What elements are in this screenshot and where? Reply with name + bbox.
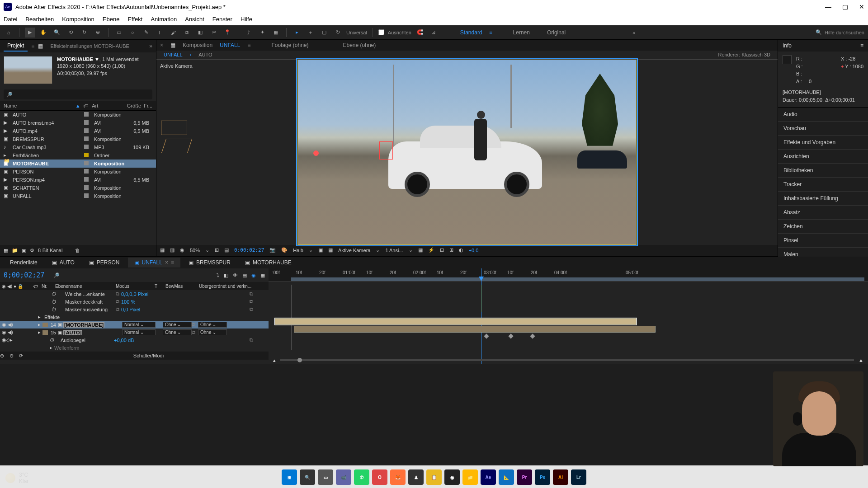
sort-icon[interactable]: ▲ (75, 103, 80, 108)
frame-blend-icon[interactable]: ▤ (242, 272, 247, 278)
composition-viewer[interactable] (297, 60, 637, 245)
breadcrumb-unfall[interactable]: UNFALL (164, 52, 183, 57)
bit-depth[interactable]: 8-Bit-Kanal (38, 248, 62, 253)
expand-icon[interactable]: ⊖ (9, 353, 14, 359)
time-ruler[interactable]: :00f10f20f01:00f10f20f02:00f10f20f03:00f… (269, 268, 868, 282)
panel-overflow-icon[interactable]: » (149, 43, 152, 49)
menu-fenster[interactable]: Fenster (212, 16, 232, 23)
project-item[interactable]: ▸ 📁FarbflächenOrdner (0, 151, 156, 160)
taskbar-app[interactable]: Lr (571, 469, 586, 485)
interpret-icon[interactable]: ▦ (4, 248, 8, 253)
snap-icon[interactable]: ⊡ (429, 28, 439, 38)
new-folder-icon[interactable]: 📁 (12, 248, 18, 253)
taskbar-app[interactable]: 📁 (462, 469, 478, 485)
zoom-dropdown-icon[interactable]: ⌄ (205, 247, 209, 253)
transparency-icon[interactable]: ▦ (328, 247, 333, 253)
puppet-tool[interactable]: 📍 (222, 28, 232, 38)
col-name[interactable]: Name (4, 103, 75, 108)
anchor-tool[interactable]: ⊕ (93, 28, 103, 38)
taskbar-app[interactable]: ⊞ (282, 469, 297, 485)
taskbar-app[interactable]: Ai (553, 469, 568, 485)
taskbar-app[interactable]: 📋 (426, 469, 442, 485)
pen-tool[interactable]: ✎ (141, 28, 151, 38)
taskbar-app[interactable]: 📹 (336, 469, 351, 485)
side-panel-inhaltsbasierte-füllung[interactable]: Inhaltsbasierte Füllung (778, 192, 868, 206)
keyframe[interactable] (530, 333, 535, 338)
project-item[interactable]: ▶PERSON.mp4AVI6,5 MB (0, 176, 156, 184)
project-item[interactable]: ▣UNFALLKomposition (0, 192, 156, 200)
menu-ansicht[interactable]: Ansicht (185, 16, 204, 23)
view-dropdown[interactable]: Aktive Kamera (338, 248, 371, 253)
taskbar[interactable]: ⊞🔍▭📹✆O🦊♟📋◉📁Ae📐PrPsAiLr (0, 466, 868, 488)
selection-tool[interactable]: ▶ (25, 28, 35, 38)
col-size[interactable]: Größe (121, 103, 141, 108)
project-item[interactable]: ▣MOTORHAUBEKomposition (0, 160, 156, 168)
eraser-tool[interactable]: ◧ (195, 28, 205, 38)
zoom-in-icon[interactable]: ▲ (859, 357, 863, 363)
renderer-value[interactable]: Klassisch 3D (741, 52, 770, 57)
box-icon[interactable]: ▢ (319, 28, 329, 38)
minimize-button[interactable]: — (825, 3, 831, 10)
taskbar-app[interactable]: ▭ (318, 469, 333, 485)
project-item[interactable]: ▣AUTOKomposition (0, 111, 156, 119)
project-item[interactable]: ▶AUTO.mp4AVI6,5 MB (0, 127, 156, 135)
menu-bearbeiten[interactable]: Bearbeiten (25, 16, 54, 23)
side-panel-pinsel[interactable]: Pinsel (778, 234, 868, 248)
rectangle-tool[interactable]: ▭ (114, 28, 124, 38)
work-area-bar[interactable] (291, 277, 864, 281)
timeline-layer[interactable]: ◉ ◀) ▸14▣[MOTORHAUBE]Normal ⌄Ohne ⌄⧉Ohne… (0, 321, 269, 328)
anchor-point[interactable] (313, 150, 319, 156)
tab-project[interactable]: Projekt (4, 41, 28, 52)
side-panel-tracker[interactable]: Tracker (778, 178, 868, 192)
wellenform-group[interactable]: ▸Wellenform (0, 344, 269, 352)
effects-settings-icon[interactable]: ▦ (38, 43, 43, 49)
orbit-tool[interactable]: ⟲ (66, 28, 75, 38)
taskbar-app[interactable]: Ae (481, 469, 496, 485)
timeline-tab-bremsspur[interactable]: ▣BREMSSPUR (182, 258, 237, 267)
ausrichten-checkbox[interactable] (378, 29, 384, 35)
timeline-tab-auto[interactable]: ▣AUTO (46, 258, 81, 267)
side-panel-absatz[interactable]: Absatz (778, 206, 868, 220)
keyframe[interactable] (484, 333, 489, 338)
workspace-menu-icon[interactable]: ≡ (486, 28, 496, 38)
alpha-icon[interactable]: ▦ (160, 247, 165, 253)
menu-komposition[interactable]: Komposition (62, 16, 94, 23)
grid-icon[interactable]: ⊞ (215, 247, 219, 253)
tab-effect-settings[interactable]: Effekteinstellungen MOTORHAUBE (47, 42, 132, 51)
project-list[interactable]: ▣AUTOKomposition▶AUTO bremst.mp4AVI6,5 M… (0, 111, 156, 245)
snapshot-icon[interactable]: 📷 (269, 247, 276, 253)
workspace-standard[interactable]: Standard (460, 29, 482, 36)
flowchart-icon[interactable]: ⊞ (449, 247, 453, 253)
keyframe[interactable] (508, 333, 513, 338)
taskbar-app[interactable]: 🔍 (300, 469, 315, 485)
side-panel-audio[interactable]: Audio (778, 108, 868, 122)
layer-list[interactable]: ⏱Weiche ...enkante⧉0,0,0,0 Pixel⧉⏱Masken… (0, 290, 269, 352)
workspace-original[interactable]: Original (547, 29, 566, 36)
side-panel-effekte-und-vorgaben[interactable]: Effekte und Vorgaben (778, 136, 868, 150)
side-panel-zeichen[interactable]: Zeichen (778, 220, 868, 234)
arrow-icon[interactable]: ▸ (292, 28, 302, 38)
view-axis-icon[interactable]: ▦ (271, 28, 281, 38)
layer-property[interactable]: ⏱Weiche ...enkante⧉0,0,0,0 Pixel⧉ (0, 290, 269, 298)
zoom-tool[interactable]: 🔍 (52, 28, 62, 38)
resolution-dropdown[interactable]: Halb (293, 248, 303, 253)
shy-icon[interactable]: 👁 (233, 272, 238, 278)
comp-close-icon[interactable]: × (160, 42, 163, 48)
settings-icon[interactable]: ⚙ (30, 248, 34, 253)
local-axis-icon[interactable]: ⤴ (244, 28, 254, 38)
color-icon[interactable]: 🎨 (281, 247, 288, 253)
schalter-modi-button[interactable]: Schalter/Modi (133, 353, 164, 358)
project-search-input[interactable]: 🔎 (4, 89, 152, 99)
col-art[interactable]: Art (92, 103, 121, 108)
layer-property[interactable]: ⏱Maskenausweitung⧉0,0 Pixel⧉ (0, 305, 269, 313)
current-time[interactable]: 0;00;02;27 (4, 271, 44, 279)
brush-tool[interactable]: 🖌 (168, 28, 178, 38)
hand-tool[interactable]: ✋ (38, 28, 48, 38)
timeline-tab-unfall[interactable]: ▣UNFALL×≡ (128, 258, 180, 267)
timeline-search-icon[interactable]: 🔎 (53, 272, 60, 278)
menu-ebene[interactable]: Ebene (103, 16, 120, 23)
close-button[interactable]: ✕ (859, 3, 864, 10)
trash-icon[interactable]: 🗑 (75, 248, 80, 253)
taskbar-app[interactable]: 📐 (499, 469, 514, 485)
world-axis-icon[interactable]: ✦ (257, 28, 267, 38)
